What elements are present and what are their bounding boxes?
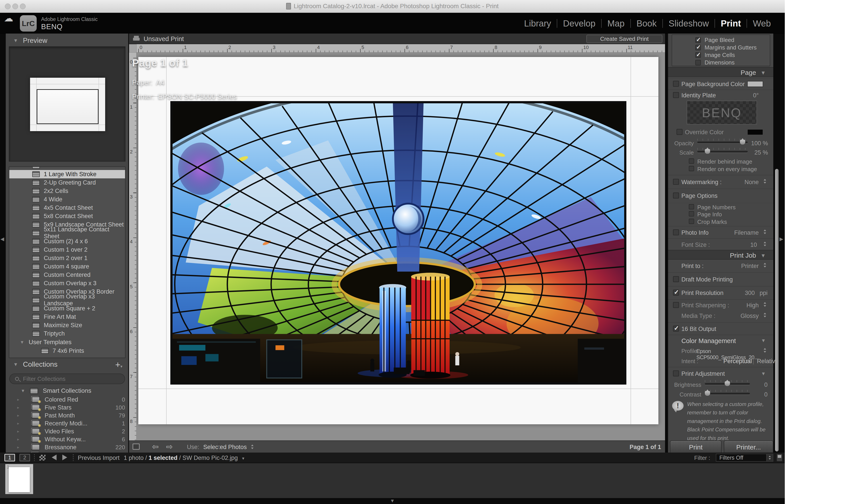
guide-option-row[interactable]: ✓ Image Cells	[672, 51, 770, 59]
crop-marks-row[interactable]: Crop Marks	[668, 218, 773, 226]
module-tab[interactable]: Develop	[557, 19, 601, 29]
template-item[interactable]: Custom Overlap x 3	[9, 279, 125, 287]
printer-dialog-button[interactable]: Printer...	[724, 440, 773, 454]
font-size-row[interactable]: Font Size : 10	[668, 238, 773, 250]
page-numbers-row[interactable]: Page Numbers	[668, 203, 773, 210]
main-window-button[interactable]: 1	[4, 454, 15, 462]
bottom-panel-collapse-arrow[interactable]: ▼	[390, 499, 395, 503]
collection-item[interactable]: ▸ Five Stars 100	[6, 403, 128, 412]
stepper-icon[interactable]	[763, 263, 767, 268]
smart-collections-group[interactable]: ▼ Smart Collections	[6, 386, 128, 395]
print-button[interactable]: Print	[670, 440, 722, 454]
identity-plate-row[interactable]: Identity Plate 0°	[668, 90, 773, 101]
checkbox[interactable]	[673, 92, 679, 98]
checkbox[interactable]	[673, 81, 679, 87]
stepper-icon[interactable]	[763, 229, 767, 234]
next-page-arrow[interactable]: ⇨	[166, 442, 173, 451]
cloud-sync-icon[interactable]: ☁	[4, 13, 13, 23]
checkbox[interactable]	[689, 219, 694, 224]
print-adjustment-row[interactable]: Print Adjustment ▼	[668, 367, 773, 380]
template-item[interactable]: Maximize Size	[9, 321, 125, 329]
preview-panel-header[interactable]: ▼ Preview	[13, 37, 47, 44]
intent-row[interactable]: Intent : Perceptual | Relative	[668, 356, 773, 367]
source-indicator[interactable]: Previous Import	[78, 454, 120, 462]
margin-guide[interactable]	[138, 389, 658, 389]
module-tab[interactable]: Book	[631, 19, 662, 29]
template-item[interactable]: Custom (2) 4 x 6	[9, 237, 125, 246]
module-tab[interactable]: Print	[715, 19, 746, 29]
scale-slider[interactable]	[697, 148, 748, 156]
checkbox[interactable]: ✓	[695, 52, 701, 58]
module-tab[interactable]: Web	[747, 19, 777, 29]
profile-row[interactable]: Profile : Epson SCP5000_SemiGloss_20...	[668, 346, 773, 356]
checkbox[interactable]	[673, 371, 679, 376]
template-item[interactable]: 2-Up Greeting Card	[9, 178, 125, 187]
checkbox[interactable]: ✓	[695, 37, 701, 43]
template-item[interactable]: Triptych	[9, 329, 125, 338]
bit-output-row[interactable]: ✓ 16 Bit Output	[668, 322, 773, 335]
override-color-swatch[interactable]	[747, 129, 763, 135]
filmstrip-cell-selected[interactable]: 1	[5, 464, 33, 494]
template-item[interactable]: Custom 2 over 1	[9, 254, 125, 262]
collection-item[interactable]: ▸ Past Month 79	[6, 412, 128, 419]
module-tab[interactable]: Map	[602, 19, 630, 29]
user-templates-group[interactable]: ▼ User Templates	[9, 338, 125, 347]
user-template-item[interactable]: 7 4x6 Prints	[9, 347, 125, 355]
render-every-row[interactable]: Render on every image	[668, 165, 773, 174]
selection-status[interactable]: 1 photo / 1 selected / SW Demo Pic-02.jp…	[124, 454, 244, 462]
collection-item[interactable]: ▸ Recently Modi... 1	[6, 419, 128, 427]
left-panel-collapse-arrow[interactable]: ◀	[0, 237, 4, 241]
toolbar-content-icon[interactable]	[133, 444, 140, 450]
right-panel-scrollbar[interactable]	[775, 169, 779, 451]
margin-guide[interactable]	[166, 57, 167, 424]
checkbox[interactable]: ✓	[695, 45, 701, 50]
stepper-icon[interactable]	[763, 348, 767, 353]
stepper-icon[interactable]	[251, 444, 254, 449]
template-item[interactable]: Fine Art Mat	[9, 312, 125, 321]
checkbox[interactable]	[689, 211, 694, 217]
collection-item[interactable]: ▸ Bressanone 220	[6, 443, 128, 451]
font-size-value[interactable]: 10	[750, 241, 757, 248]
opacity-slider[interactable]	[697, 139, 748, 146]
previous-page-arrow[interactable]: ⇦	[152, 442, 159, 451]
template-item[interactable]: 2x2 Cells	[9, 187, 125, 195]
photo-info-value[interactable]: Filename	[734, 229, 759, 236]
template-item[interactable]: 5x11 Landscape Contact Sheet	[9, 229, 125, 237]
photo-thumbnail[interactable]	[8, 467, 30, 492]
watermarking-value[interactable]: None	[744, 179, 759, 186]
photo-info-row[interactable]: Photo Info Filename	[668, 226, 773, 238]
print-sharpening-row[interactable]: Print Sharpening : High	[668, 299, 773, 311]
brightness-slider[interactable]	[705, 380, 750, 388]
resolution-value[interactable]: 300	[745, 290, 755, 296]
contrast-slider[interactable]	[705, 390, 750, 397]
previous-photo-arrow[interactable]	[52, 454, 56, 460]
module-tab[interactable]: Slideshow	[663, 19, 714, 29]
checkbox[interactable]	[689, 159, 694, 164]
identity-angle[interactable]: 0°	[753, 92, 759, 99]
contrast-row[interactable]: Contrast 0	[668, 390, 773, 399]
stepper-icon[interactable]	[763, 241, 767, 247]
checkbox[interactable]	[689, 166, 694, 171]
add-collection-button[interactable]: +▾	[115, 360, 122, 370]
checkbox[interactable]	[673, 193, 679, 198]
page-options-row[interactable]: Page Options	[668, 188, 773, 203]
checkbox[interactable]	[673, 302, 679, 308]
template-item[interactable]: 1 Large With Stroke	[9, 170, 125, 178]
watermarking-row[interactable]: Watermarking : None	[668, 175, 773, 188]
checkbox[interactable]: ✓	[673, 290, 679, 295]
media-value[interactable]: Glossy	[740, 312, 759, 320]
opacity-row[interactable]: Opacity 100 %	[668, 139, 773, 148]
stepper-icon[interactable]	[763, 179, 767, 184]
slider-thumb[interactable]	[705, 391, 710, 396]
use-selector[interactable]: Selected Photos	[203, 444, 247, 451]
slider-thumb[interactable]	[705, 149, 710, 154]
collection-item[interactable]: ▸ Colored Red 0	[6, 396, 128, 403]
template-item[interactable]: 5x8 Contact Sheet	[9, 212, 125, 220]
template-item[interactable]: Custom Centered	[9, 271, 125, 279]
template-item[interactable]: Custom 1 over 2	[9, 246, 125, 254]
stepper-icon[interactable]	[763, 302, 767, 307]
draft-mode-row[interactable]: Draft Mode Printing	[668, 272, 773, 286]
scale-row[interactable]: Scale 25 %	[668, 148, 773, 157]
template-item[interactable]: Custom Square + 2	[9, 304, 125, 312]
checkbox[interactable]	[695, 60, 701, 65]
